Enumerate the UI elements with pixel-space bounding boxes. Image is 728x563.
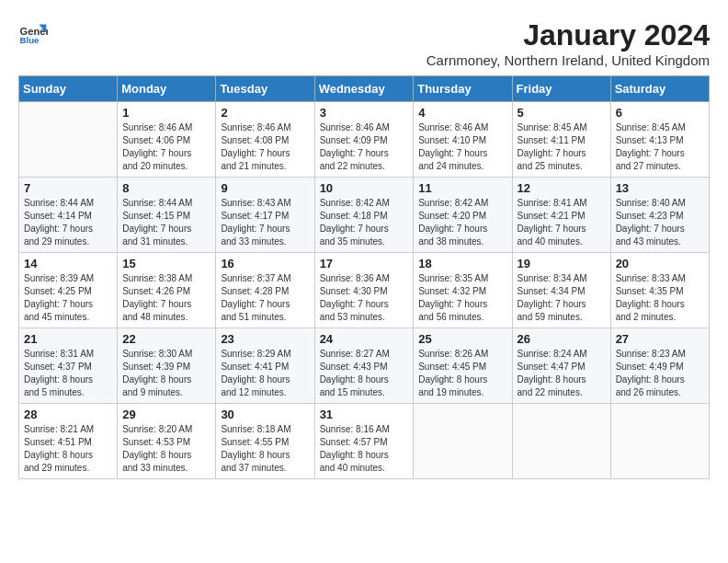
- calendar-subtitle: Carnmoney, Northern Ireland, United King…: [427, 52, 710, 68]
- calendar-cell: [414, 404, 512, 479]
- calendar-title: January 2024: [427, 18, 710, 52]
- day-number: 20: [616, 257, 704, 270]
- calendar-cell: 27Sunrise: 8:23 AMSunset: 4:49 PMDayligh…: [610, 328, 709, 404]
- col-saturday: Saturday: [610, 76, 709, 102]
- day-info: Sunrise: 8:46 AMSunset: 4:10 PMDaylight:…: [418, 121, 506, 173]
- day-info: Sunrise: 8:39 AMSunset: 4:25 PMDaylight:…: [24, 272, 112, 324]
- calendar-cell: 4Sunrise: 8:46 AMSunset: 4:10 PMDaylight…: [414, 102, 512, 178]
- logo-icon: General Blue: [18, 18, 48, 48]
- day-number: 14: [24, 257, 112, 270]
- calendar-cell: 20Sunrise: 8:33 AMSunset: 4:35 PMDayligh…: [610, 253, 709, 328]
- day-number: 5: [518, 106, 606, 120]
- day-number: 23: [221, 332, 309, 346]
- day-number: 22: [122, 332, 210, 346]
- day-number: 25: [418, 332, 506, 346]
- col-friday: Friday: [512, 76, 610, 102]
- day-number: 3: [320, 106, 409, 120]
- calendar-cell: 10Sunrise: 8:42 AMSunset: 4:18 PMDayligh…: [314, 178, 414, 253]
- day-info: Sunrise: 8:35 AMSunset: 4:32 PMDaylight:…: [418, 272, 506, 324]
- day-info: Sunrise: 8:43 AMSunset: 4:17 PMDaylight:…: [221, 197, 309, 248]
- day-number: 8: [122, 181, 210, 195]
- day-info: Sunrise: 8:18 AMSunset: 4:55 PMDaylight:…: [221, 423, 309, 475]
- calendar-cell: [610, 404, 709, 479]
- calendar-week-row: 1Sunrise: 8:46 AMSunset: 4:06 PMDaylight…: [19, 102, 710, 178]
- day-number: 18: [418, 257, 506, 270]
- day-number: 30: [221, 408, 309, 421]
- day-info: Sunrise: 8:26 AMSunset: 4:45 PMDaylight:…: [418, 348, 506, 399]
- calendar-cell: 3Sunrise: 8:46 AMSunset: 4:09 PMDaylight…: [314, 102, 414, 178]
- day-info: Sunrise: 8:42 AMSunset: 4:18 PMDaylight:…: [320, 197, 409, 248]
- day-info: Sunrise: 8:16 AMSunset: 4:57 PMDaylight:…: [320, 423, 409, 475]
- day-number: 31: [320, 408, 409, 421]
- day-info: Sunrise: 8:31 AMSunset: 4:37 PMDaylight:…: [24, 348, 112, 399]
- col-monday: Monday: [118, 76, 216, 102]
- calendar-cell: 26Sunrise: 8:24 AMSunset: 4:47 PMDayligh…: [512, 328, 610, 404]
- day-info: Sunrise: 8:33 AMSunset: 4:35 PMDaylight:…: [616, 272, 704, 324]
- col-wednesday: Wednesday: [314, 76, 414, 102]
- calendar-cell: 13Sunrise: 8:40 AMSunset: 4:23 PMDayligh…: [610, 178, 709, 253]
- day-number: 4: [418, 106, 506, 120]
- day-info: Sunrise: 8:45 AMSunset: 4:11 PMDaylight:…: [518, 121, 606, 173]
- day-number: 26: [518, 332, 606, 346]
- day-number: 11: [418, 181, 506, 195]
- day-info: Sunrise: 8:24 AMSunset: 4:47 PMDaylight:…: [518, 348, 606, 399]
- day-info: Sunrise: 8:45 AMSunset: 4:13 PMDaylight:…: [616, 121, 704, 173]
- svg-text:Blue: Blue: [20, 35, 40, 45]
- day-number: 6: [616, 106, 704, 120]
- calendar-week-row: 28Sunrise: 8:21 AMSunset: 4:51 PMDayligh…: [19, 404, 710, 479]
- title-block: January 2024 Carnmoney, Northern Ireland…: [427, 18, 710, 68]
- day-number: 12: [518, 181, 606, 195]
- day-info: Sunrise: 8:44 AMSunset: 4:15 PMDaylight:…: [122, 197, 210, 248]
- day-info: Sunrise: 8:21 AMSunset: 4:51 PMDaylight:…: [24, 423, 112, 475]
- calendar-cell: 2Sunrise: 8:46 AMSunset: 4:08 PMDaylight…: [216, 102, 314, 178]
- day-info: Sunrise: 8:27 AMSunset: 4:43 PMDaylight:…: [320, 348, 409, 399]
- day-number: 2: [221, 106, 309, 120]
- calendar-header-row: Sunday Monday Tuesday Wednesday Thursday…: [19, 76, 710, 102]
- day-info: Sunrise: 8:40 AMSunset: 4:23 PMDaylight:…: [616, 197, 704, 248]
- day-number: 10: [320, 181, 409, 195]
- day-number: 28: [24, 408, 112, 421]
- calendar-cell: 25Sunrise: 8:26 AMSunset: 4:45 PMDayligh…: [414, 328, 512, 404]
- day-info: Sunrise: 8:46 AMSunset: 4:08 PMDaylight:…: [221, 121, 309, 173]
- calendar-cell: 16Sunrise: 8:37 AMSunset: 4:28 PMDayligh…: [216, 253, 314, 328]
- calendar-table: Sunday Monday Tuesday Wednesday Thursday…: [18, 75, 710, 479]
- day-number: 21: [24, 332, 112, 346]
- calendar-cell: 30Sunrise: 8:18 AMSunset: 4:55 PMDayligh…: [216, 404, 314, 479]
- day-info: Sunrise: 8:42 AMSunset: 4:20 PMDaylight:…: [418, 197, 506, 248]
- calendar-cell: 7Sunrise: 8:44 AMSunset: 4:14 PMDaylight…: [19, 178, 118, 253]
- calendar-cell: 14Sunrise: 8:39 AMSunset: 4:25 PMDayligh…: [19, 253, 118, 328]
- day-number: 7: [24, 181, 112, 195]
- col-tuesday: Tuesday: [216, 76, 314, 102]
- day-info: Sunrise: 8:30 AMSunset: 4:39 PMDaylight:…: [122, 348, 210, 399]
- calendar-cell: 1Sunrise: 8:46 AMSunset: 4:06 PMDaylight…: [118, 102, 216, 178]
- day-info: Sunrise: 8:46 AMSunset: 4:06 PMDaylight:…: [122, 121, 210, 173]
- day-info: Sunrise: 8:29 AMSunset: 4:41 PMDaylight:…: [221, 348, 309, 399]
- calendar-cell: 24Sunrise: 8:27 AMSunset: 4:43 PMDayligh…: [314, 328, 414, 404]
- col-thursday: Thursday: [414, 76, 512, 102]
- calendar-cell: 29Sunrise: 8:20 AMSunset: 4:53 PMDayligh…: [118, 404, 216, 479]
- calendar-cell: 12Sunrise: 8:41 AMSunset: 4:21 PMDayligh…: [512, 178, 610, 253]
- day-info: Sunrise: 8:23 AMSunset: 4:49 PMDaylight:…: [616, 348, 704, 399]
- calendar-cell: 23Sunrise: 8:29 AMSunset: 4:41 PMDayligh…: [216, 328, 314, 404]
- calendar-cell: 17Sunrise: 8:36 AMSunset: 4:30 PMDayligh…: [314, 253, 414, 328]
- calendar-cell: 8Sunrise: 8:44 AMSunset: 4:15 PMDaylight…: [118, 178, 216, 253]
- day-info: Sunrise: 8:20 AMSunset: 4:53 PMDaylight:…: [122, 423, 210, 475]
- day-number: 16: [221, 257, 309, 270]
- day-number: 9: [221, 181, 309, 195]
- day-number: 29: [122, 408, 210, 421]
- calendar-cell: 9Sunrise: 8:43 AMSunset: 4:17 PMDaylight…: [216, 178, 314, 253]
- calendar-cell: 11Sunrise: 8:42 AMSunset: 4:20 PMDayligh…: [414, 178, 512, 253]
- day-number: 27: [616, 332, 704, 346]
- calendar-cell: [512, 404, 610, 479]
- calendar-week-row: 14Sunrise: 8:39 AMSunset: 4:25 PMDayligh…: [19, 253, 710, 328]
- day-info: Sunrise: 8:36 AMSunset: 4:30 PMDaylight:…: [320, 272, 409, 324]
- calendar-cell: 22Sunrise: 8:30 AMSunset: 4:39 PMDayligh…: [118, 328, 216, 404]
- calendar-cell: 19Sunrise: 8:34 AMSunset: 4:34 PMDayligh…: [512, 253, 610, 328]
- day-number: 17: [320, 257, 409, 270]
- calendar-cell: 6Sunrise: 8:45 AMSunset: 4:13 PMDaylight…: [610, 102, 709, 178]
- day-number: 1: [122, 106, 210, 120]
- calendar-cell: 31Sunrise: 8:16 AMSunset: 4:57 PMDayligh…: [314, 404, 414, 479]
- day-number: 15: [122, 257, 210, 270]
- day-info: Sunrise: 8:37 AMSunset: 4:28 PMDaylight:…: [221, 272, 309, 324]
- calendar-week-row: 21Sunrise: 8:31 AMSunset: 4:37 PMDayligh…: [19, 328, 710, 404]
